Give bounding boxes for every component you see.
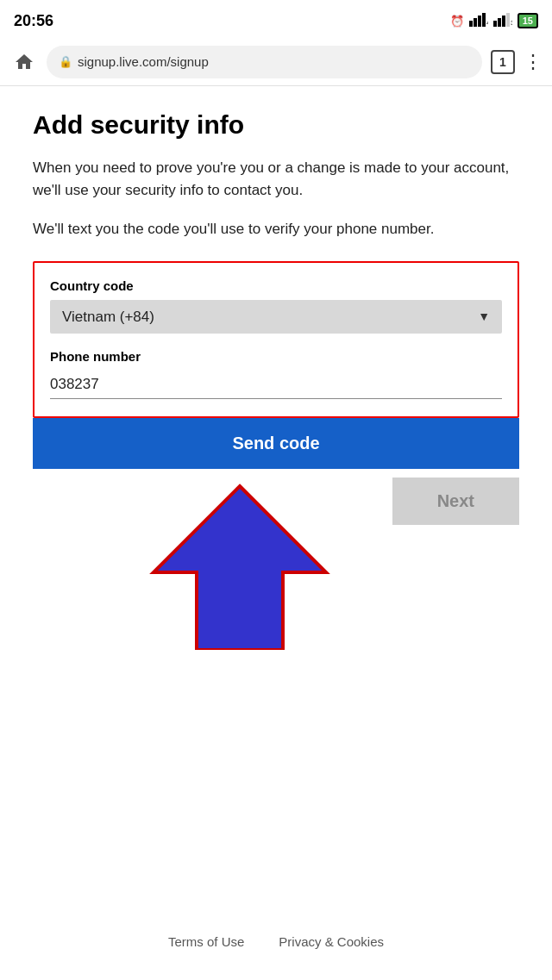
status-time: 20:56 <box>14 12 53 30</box>
svg-rect-5 <box>493 21 497 27</box>
svg-rect-7 <box>502 16 505 27</box>
status-icons: ⏰ 4G 3G 15 <box>450 13 538 29</box>
phone-input[interactable] <box>50 371 502 399</box>
browser-bar: 🔒 signup.live.com/signup 1 ⋮ <box>0 38 552 86</box>
signal-3g-icon: 3G <box>493 13 512 29</box>
alarm-icon: ⏰ <box>450 15 464 28</box>
address-bar[interactable]: 🔒 signup.live.com/signup <box>47 46 482 78</box>
battery-indicator: 15 <box>518 13 538 28</box>
lock-icon: 🔒 <box>59 55 72 68</box>
country-select-wrapper[interactable]: Vietnam (+84) United States (+1) United … <box>50 300 502 334</box>
signal-4g-icon: 4G <box>469 13 488 29</box>
footer: Terms of Use Privacy & Cookies <box>0 921 552 963</box>
country-select[interactable]: Vietnam (+84) United States (+1) United … <box>50 300 502 334</box>
svg-marker-10 <box>154 486 326 650</box>
address-text: signup.live.com/signup <box>78 54 209 69</box>
home-button[interactable] <box>10 48 38 76</box>
description-2: We'll text you the code you'll use to ve… <box>33 218 519 240</box>
arrow-annotation <box>102 478 378 650</box>
action-area: Next <box>33 469 519 659</box>
svg-rect-8 <box>506 13 510 27</box>
svg-rect-2 <box>478 16 481 27</box>
page-title: Add security info <box>33 110 519 140</box>
form-box: Country code Vietnam (+84) United States… <box>33 261 519 418</box>
next-button[interactable]: Next <box>392 478 519 525</box>
svg-text:4G: 4G <box>486 19 488 27</box>
terms-link[interactable]: Terms of Use <box>168 934 244 949</box>
country-code-label: Country code <box>50 278 502 293</box>
svg-text:3G: 3G <box>511 19 512 27</box>
description-1: When you need to prove you're you or a c… <box>33 157 519 201</box>
main-content: Add security info When you need to prove… <box>0 86 552 676</box>
svg-rect-3 <box>482 13 486 27</box>
svg-rect-1 <box>474 18 477 27</box>
svg-rect-6 <box>498 18 501 27</box>
svg-rect-0 <box>469 21 473 27</box>
status-bar: 20:56 ⏰ 4G 3G 15 <box>0 0 552 38</box>
tab-count[interactable]: 1 <box>491 50 515 74</box>
privacy-link[interactable]: Privacy & Cookies <box>279 934 384 949</box>
phone-number-label: Phone number <box>50 349 502 364</box>
send-code-button[interactable]: Send code <box>33 418 519 469</box>
menu-button[interactable]: ⋮ <box>524 51 542 73</box>
